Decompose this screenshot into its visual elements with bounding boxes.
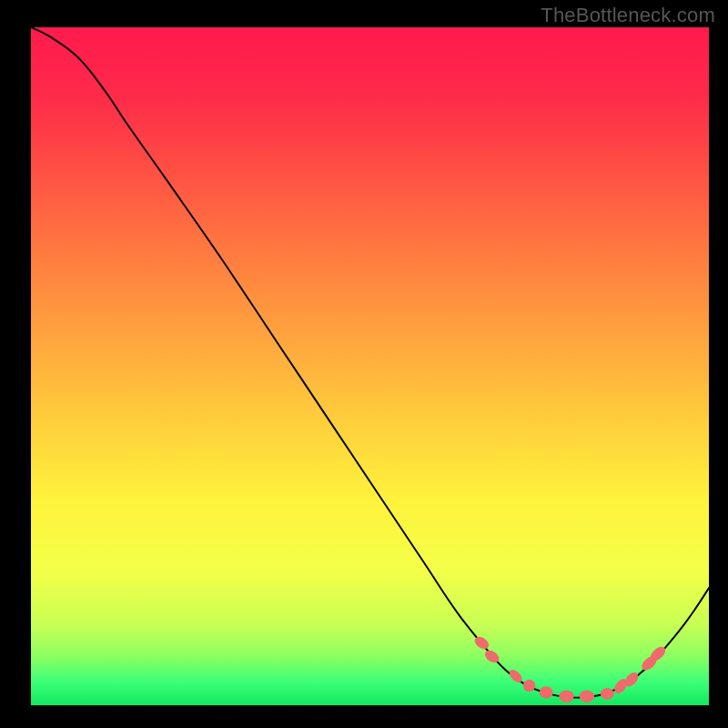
plot-area xyxy=(31,27,709,705)
watermark-label: TheBottleneck.com xyxy=(541,4,715,27)
svg-point-4 xyxy=(523,680,535,692)
svg-point-8 xyxy=(601,688,614,700)
svg-point-2 xyxy=(482,648,500,665)
svg-point-7 xyxy=(580,691,594,703)
svg-point-1 xyxy=(472,634,490,652)
marker-dots xyxy=(31,27,709,705)
svg-point-5 xyxy=(540,686,553,698)
chart-container: TheBottleneck.com xyxy=(0,0,728,728)
svg-point-3 xyxy=(507,667,524,684)
svg-point-6 xyxy=(559,691,573,703)
